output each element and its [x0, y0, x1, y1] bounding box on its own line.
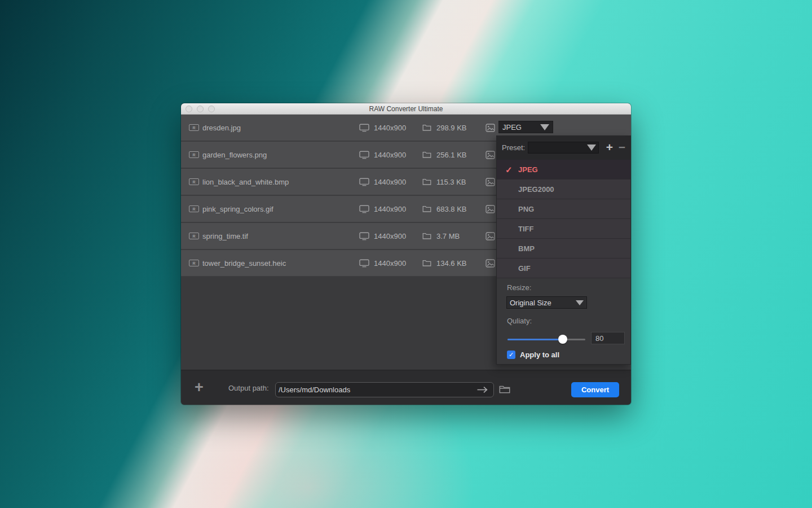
folder-icon — [422, 196, 431, 222]
format-option-label: TIFF — [518, 225, 533, 233]
file-name: lion_black_and_white.bmp — [202, 169, 289, 195]
desktop-wallpaper: RAW Converter Ultimate R dresden.jpg 144… — [0, 0, 812, 508]
file-size: 134.6 KB — [436, 250, 467, 276]
file-size: 256.1 KB — [436, 142, 467, 168]
preset-dropdown[interactable] — [528, 142, 599, 154]
file-name: pink_spring_colors.gif — [202, 196, 273, 222]
zoom-button[interactable] — [208, 106, 215, 112]
file-size: 683.8 KB — [436, 196, 467, 222]
format-option-label: JPEG2000 — [518, 185, 554, 194]
quality-slider-thumb[interactable] — [558, 335, 567, 344]
monitor-icon — [359, 250, 369, 276]
file-size: 3.7 MB — [436, 223, 460, 249]
file-dimensions: 812x508 — [374, 250, 406, 276]
format-option-label: BMP — [518, 244, 535, 253]
checkmark-icon: ✓ — [505, 160, 513, 179]
quality-label: Quliaty: — [507, 317, 532, 325]
photo-icon[interactable] — [486, 115, 495, 141]
checkmark-icon: ✓ — [509, 351, 514, 358]
photo-icon[interactable] — [486, 169, 495, 195]
output-format-value: JPEG — [502, 123, 540, 132]
photo-icon[interactable] — [486, 223, 495, 249]
format-settings-panel: Preset: + − ✓JPEG JPEG2000 — [496, 135, 631, 365]
quality-slider-fill — [508, 339, 563, 340]
quality-slider[interactable] — [508, 335, 585, 344]
folder-icon — [422, 223, 431, 249]
file-size: 115.3 KB — [436, 169, 466, 195]
photo-icon[interactable] — [486, 196, 495, 222]
raw-badge-icon: R — [189, 151, 199, 158]
apply-to-all-label: Apply to all — [520, 351, 559, 359]
raw-badge-icon: R — [189, 205, 199, 212]
resize-section: Resize: Original Size Quliaty: 80 ✓ Appl… — [497, 278, 630, 364]
raw-badge-icon: R — [189, 260, 199, 266]
monitor-icon — [359, 115, 369, 141]
format-option-label: JPEG — [518, 165, 538, 174]
format-option[interactable]: ✓JPEG — [497, 160, 630, 179]
bottom-bar: + Output path: /Users/md/Downloads Conve… — [181, 370, 631, 405]
file-name: garden_flowers.png — [202, 142, 267, 168]
minimize-button[interactable] — [197, 106, 204, 112]
raw-badge-icon: R — [189, 233, 199, 239]
remove-preset-button[interactable]: − — [616, 141, 628, 154]
monitor-icon — [359, 223, 369, 249]
folder-icon — [422, 142, 431, 168]
browse-folder-icon[interactable] — [499, 385, 510, 394]
chevron-down-icon — [540, 124, 549, 130]
format-option[interactable]: GIF — [497, 259, 630, 278]
format-option-label: GIF — [518, 264, 531, 273]
file-name: tower_bridge_sunset.heic — [202, 250, 286, 276]
format-option[interactable]: BMP — [497, 239, 630, 259]
raw-badge-icon: R — [189, 124, 199, 131]
quality-value-field[interactable]: 80 — [591, 332, 625, 344]
monitor-icon — [359, 142, 369, 168]
raw-badge-icon: R — [189, 178, 199, 185]
file-name: dresden.jpg — [202, 115, 241, 141]
file-dimensions: 812x508 — [374, 142, 406, 168]
convert-button[interactable]: Convert — [571, 382, 619, 397]
format-option-label: PNG — [518, 205, 534, 213]
format-option[interactable]: PNG — [497, 199, 630, 219]
output-path-field[interactable]: /Users/md/Downloads — [275, 382, 494, 397]
resize-dropdown[interactable]: Original Size — [506, 296, 587, 309]
close-button[interactable] — [186, 106, 192, 112]
preset-label: Preset: — [502, 143, 525, 152]
file-dimensions: 812x508 — [374, 196, 406, 222]
apply-to-all-checkbox[interactable]: ✓ — [507, 351, 515, 359]
format-option[interactable]: TIFF — [497, 219, 630, 239]
file-size: 298.9 KB — [436, 115, 467, 141]
monitor-icon — [359, 169, 369, 195]
photo-icon[interactable] — [486, 250, 495, 276]
add-files-button[interactable]: + — [191, 380, 207, 396]
add-preset-button[interactable]: + — [603, 141, 616, 154]
file-name: spring_time.tif — [202, 223, 248, 249]
chevron-down-icon — [587, 144, 596, 151]
preset-row: Preset: + − — [497, 135, 630, 160]
resize-label: Resize: — [507, 283, 531, 292]
app-window: RAW Converter Ultimate R dresden.jpg 144… — [181, 103, 631, 405]
file-dimensions: 812x508 — [374, 223, 406, 249]
output-path-label: Output path: — [228, 384, 269, 392]
file-dimensions: 812x508 — [374, 169, 406, 195]
photo-icon[interactable] — [486, 142, 495, 168]
folder-icon — [422, 169, 431, 195]
titlebar[interactable]: RAW Converter Ultimate — [181, 103, 631, 115]
apply-to-all-row[interactable]: ✓ Apply to all — [507, 351, 559, 359]
chevron-down-icon — [576, 300, 584, 305]
go-arrow-icon[interactable] — [476, 386, 488, 393]
folder-icon — [422, 115, 431, 141]
file-dimensions: 812x508 — [374, 115, 406, 141]
output-path-value: /Users/md/Downloads — [279, 386, 350, 394]
output-format-dropdown[interactable]: JPEG — [498, 121, 553, 133]
format-options-list: ✓JPEG JPEG2000 PNG TIFF BMP — [497, 160, 630, 278]
resize-value: Original Size — [510, 299, 576, 307]
format-option[interactable]: JPEG2000 — [497, 179, 630, 199]
monitor-icon — [359, 196, 369, 222]
folder-icon — [422, 250, 431, 276]
window-title: RAW Converter Ultimate — [181, 103, 631, 115]
